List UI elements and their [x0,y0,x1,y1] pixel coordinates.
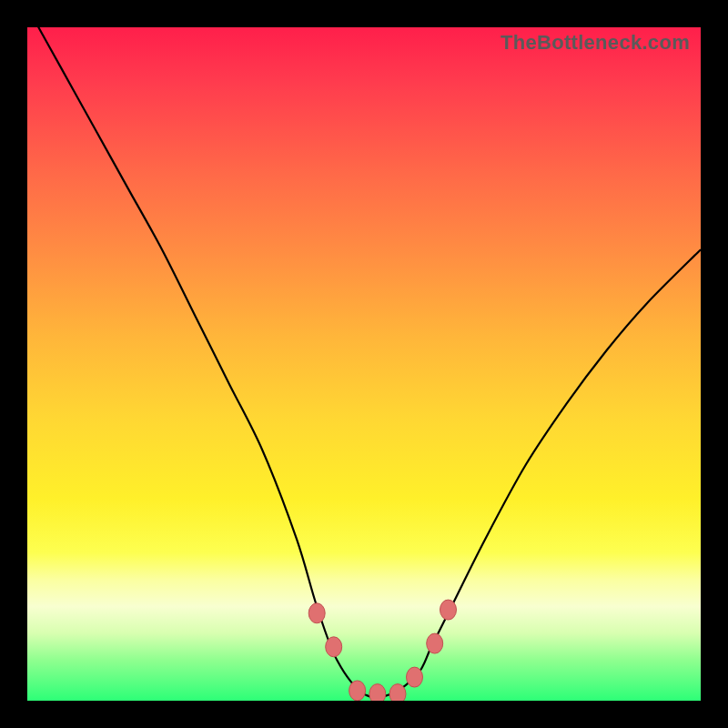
chart-svg [27,27,701,701]
curve-marker [369,684,386,701]
curve-markers [308,600,456,701]
curve-marker [407,667,423,687]
chart-frame: TheBottleneck.com [0,0,728,728]
curve-marker [308,603,325,623]
plot-area: TheBottleneck.com [27,27,701,701]
curve-marker [427,633,443,653]
curve-marker [349,681,366,701]
curve-line [27,27,701,697]
curve-marker [389,684,406,701]
curve-marker [326,637,342,657]
curve-marker [440,600,457,620]
